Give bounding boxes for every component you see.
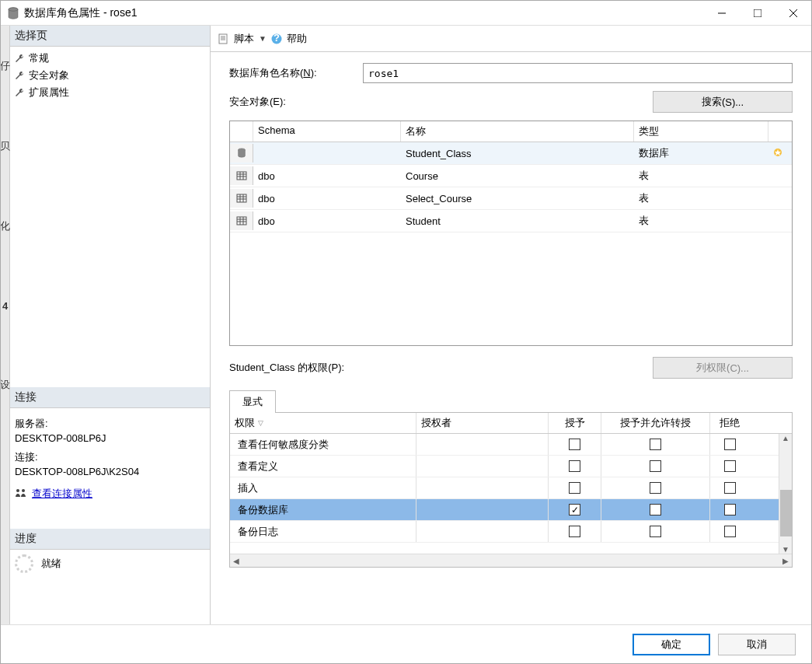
close-button[interactable] xyxy=(775,1,811,26)
wrench-icon xyxy=(15,54,24,63)
svg-rect-8 xyxy=(219,34,227,44)
scroll-up-arrow[interactable]: ▲ xyxy=(782,434,789,442)
scroll-right-arrow[interactable]: ▶ xyxy=(782,557,789,565)
col-permission[interactable]: 权限▽ xyxy=(230,413,416,433)
script-icon xyxy=(218,33,229,44)
securables-row[interactable]: dboCourse表 xyxy=(230,165,792,187)
svg-text:?: ? xyxy=(274,33,280,44)
edge-char: 化 xyxy=(0,219,10,233)
vertical-scrollbar[interactable]: ▲ ▼ xyxy=(779,434,792,554)
checkbox[interactable] xyxy=(650,460,661,472)
role-name-input[interactable] xyxy=(363,63,793,83)
svg-point-6 xyxy=(16,489,19,492)
nav-securables[interactable]: 安全对象 xyxy=(15,67,205,84)
role-name-label: 数据库角色名称(N): xyxy=(229,66,354,80)
column-permissions-button: 列权限(C)... xyxy=(653,357,793,379)
cancel-button[interactable]: 取消 xyxy=(718,634,796,655)
script-button[interactable]: 脚本 xyxy=(234,32,254,46)
maximize-button[interactable] xyxy=(740,1,775,26)
checkbox[interactable] xyxy=(650,526,661,537)
col-with-grant[interactable]: 授予并允许转授 xyxy=(601,413,710,433)
wrench-icon xyxy=(15,71,24,80)
checkbox[interactable] xyxy=(724,439,736,450)
server-value: DESKTOP-008LP6J xyxy=(15,431,205,446)
edge-char: 贝 xyxy=(0,139,10,153)
checkbox[interactable] xyxy=(569,526,580,537)
scroll-down-arrow[interactable]: ▼ xyxy=(782,545,789,554)
scroll-left-arrow[interactable]: ◀ xyxy=(233,557,239,565)
checkbox[interactable] xyxy=(569,460,580,472)
svg-rect-3 xyxy=(754,9,761,17)
help-button[interactable]: 帮助 xyxy=(287,32,307,46)
col-name[interactable]: 名称 xyxy=(401,121,634,142)
database-icon xyxy=(7,7,19,19)
ok-button[interactable]: 确定 xyxy=(633,634,710,655)
nav-general[interactable]: 常规 xyxy=(15,50,205,67)
svg-point-1 xyxy=(9,7,18,10)
tab-explicit[interactable]: 显式 xyxy=(229,390,276,413)
progress-status: 就绪 xyxy=(41,557,61,571)
securables-row[interactable]: dboStudent表 xyxy=(230,210,792,232)
left-edge-strip: 仔 贝 化 4 设 xyxy=(1,26,10,624)
server-label: 服务器: xyxy=(15,416,205,432)
permission-row[interactable]: 查看任何敏感度分类 xyxy=(230,434,779,456)
permission-row[interactable]: 查看定义 xyxy=(230,456,779,477)
nav-label: 安全对象 xyxy=(29,68,69,82)
view-connection-props-link[interactable]: 查看连接属性 xyxy=(32,486,92,501)
title-bar: 数据库角色属性 - rose1 xyxy=(1,1,811,26)
permission-row[interactable]: 备份数据库✓ xyxy=(230,499,779,521)
help-icon: ? xyxy=(271,33,282,44)
checkbox[interactable] xyxy=(724,460,736,472)
checkbox[interactable] xyxy=(650,504,661,515)
col-type[interactable]: 类型 xyxy=(634,121,768,142)
permission-row[interactable]: 备份日志 xyxy=(230,521,779,543)
checkbox[interactable] xyxy=(724,504,736,515)
connection-header: 连接 xyxy=(10,387,210,408)
securables-grid[interactable]: Schema 名称 类型 Student_Class数据库dboCourse表d… xyxy=(229,121,793,346)
col-deny[interactable]: 拒绝 xyxy=(710,413,749,433)
col-grant[interactable]: 授予 xyxy=(549,413,601,433)
minimize-button[interactable] xyxy=(704,1,740,26)
conn-label: 连接: xyxy=(15,449,205,465)
main-panel: 脚本 ▼ ? 帮助 数据库角色名称(N): 安全对象(E): 搜索(S)... … xyxy=(211,26,811,624)
svg-rect-26 xyxy=(237,217,246,225)
col-schema[interactable]: Schema xyxy=(253,121,401,142)
securables-row[interactable]: dboSelect_Course表 xyxy=(230,187,792,210)
horizontal-scrollbar[interactable]: ◀ ▶ xyxy=(230,554,792,567)
conn-value: DESKTOP-008LP6J\K2S04 xyxy=(15,464,205,480)
people-icon xyxy=(15,488,27,498)
svg-point-7 xyxy=(22,489,25,492)
checkbox[interactable] xyxy=(724,482,736,494)
permissions-label: Student_Class 的权限(P): xyxy=(229,361,344,375)
edge-char: 4 xyxy=(2,300,8,312)
nav-extended[interactable]: 扩展属性 xyxy=(15,84,205,101)
search-button[interactable]: 搜索(S)... xyxy=(653,91,793,113)
spinner-icon xyxy=(15,554,33,573)
sidebar: 选择页 常规 安全对象 扩展属性 连接 服务器: DESKTOP-008LP6J… xyxy=(10,26,211,624)
securables-row[interactable]: Student_Class数据库 xyxy=(230,142,792,165)
svg-rect-16 xyxy=(237,172,246,180)
checkbox[interactable] xyxy=(724,526,736,537)
checkbox[interactable] xyxy=(569,439,580,450)
nav-label: 常规 xyxy=(29,51,49,65)
permission-row[interactable]: 插入 xyxy=(230,477,779,499)
edge-char: 设 xyxy=(0,378,10,392)
toolbar: 脚本 ▼ ? 帮助 xyxy=(211,26,811,52)
nav-label: 扩展属性 xyxy=(29,86,69,100)
progress-header: 进度 xyxy=(10,529,210,550)
svg-rect-21 xyxy=(237,194,246,202)
col-grantor[interactable]: 授权者 xyxy=(416,413,549,433)
checkbox[interactable] xyxy=(650,439,661,450)
checkbox[interactable] xyxy=(650,482,661,494)
checkbox[interactable] xyxy=(569,482,580,494)
dialog-footer: 确定 取消 xyxy=(1,624,811,663)
permissions-grid[interactable]: 权限▽ 授权者 授予 授予并允许转授 拒绝 查看任何敏感度分类查看定义插入备份数… xyxy=(229,412,793,568)
checkbox[interactable]: ✓ xyxy=(569,504,580,515)
securables-label: 安全对象(E): xyxy=(229,95,286,109)
wrench-icon xyxy=(15,88,24,97)
script-dropdown-arrow[interactable]: ▼ xyxy=(259,34,267,43)
scroll-thumb[interactable] xyxy=(780,490,792,536)
select-page-header: 选择页 xyxy=(10,26,210,47)
window-title: 数据库角色属性 - rose1 xyxy=(24,6,704,20)
edge-char: 仔 xyxy=(0,59,10,73)
